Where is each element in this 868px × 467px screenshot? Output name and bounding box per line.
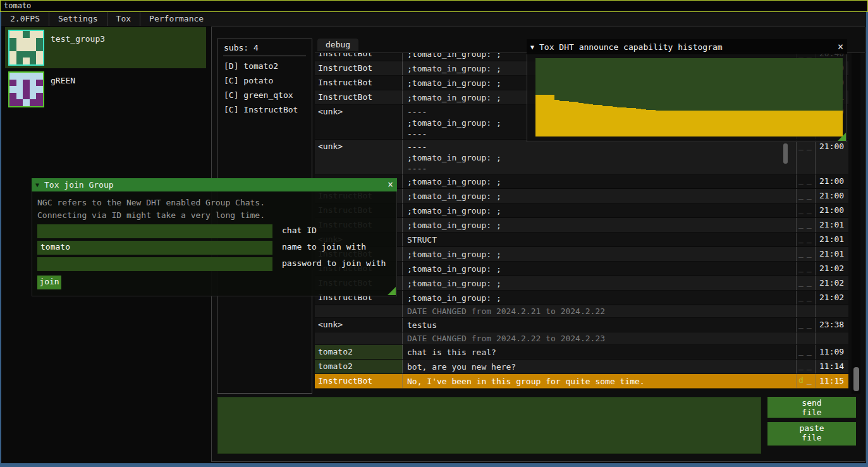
message-flag: _ xyxy=(807,176,815,185)
chat-scrollbar-track[interactable] xyxy=(852,53,860,394)
message-flag: _ xyxy=(798,219,807,229)
message-time-cell: 21:02 xyxy=(816,291,848,305)
message-time-cell: 11:09 xyxy=(816,345,848,359)
os-titlebar[interactable]: tomato xyxy=(0,0,868,12)
histogram-bar xyxy=(699,111,704,136)
message-sender-cell: InstructBot xyxy=(315,61,403,75)
message-text-cell: ----;tomato_in_group: ;---- xyxy=(403,140,795,174)
tab-debug[interactable]: debug xyxy=(317,39,358,51)
date-changed-row: DATE CHANGED from 2024.2.22 to 2024.2.23 xyxy=(315,332,848,345)
message-flags-cell xyxy=(796,305,816,317)
message-time-cell: 21:01 xyxy=(816,218,848,232)
message-input[interactable] xyxy=(217,397,761,454)
group-name-label: test_group3 xyxy=(51,34,105,44)
message-text-cell: chat is this real? xyxy=(403,345,795,359)
message-sender-cell: InstructBot xyxy=(315,90,403,104)
message-text-cell: testus xyxy=(403,318,795,332)
message-name-cell xyxy=(315,332,403,344)
message-flag: _ xyxy=(807,234,815,243)
message-time-cell: 23:38 xyxy=(816,318,848,332)
histogram-bar xyxy=(541,95,546,136)
message-flags-cell: __ xyxy=(796,233,816,246)
group-item-green[interactable]: gREEN xyxy=(5,69,206,110)
join-info-line: Connecting via ID might take a very long… xyxy=(32,209,396,222)
member-item-tomato2[interactable]: [D] tomato2 xyxy=(217,59,312,73)
histogram-bar xyxy=(771,111,776,136)
message-text-cell: ;tomato_in_group: ; xyxy=(403,276,795,290)
message-line: ---- xyxy=(407,142,795,152)
join-name-input[interactable]: tomato xyxy=(37,241,272,255)
histogram-bar xyxy=(613,107,618,136)
chat-message-row[interactable]: tomato2bot, are you new here?__11:14 xyxy=(315,360,848,374)
members-list: [D] tomato2[C] potato[C] green_qtox[C] I… xyxy=(217,59,312,117)
message-line: ;tomato_in_group: ; xyxy=(407,152,795,163)
histogram-bar xyxy=(728,111,733,136)
message-sender-cell: <unk> xyxy=(315,318,403,332)
member-item-green_qtox[interactable]: [C] green_qtox xyxy=(217,88,312,102)
resize-grip-icon[interactable] xyxy=(388,287,396,295)
close-icon[interactable]: × xyxy=(388,180,393,190)
message-flags-cell: __ xyxy=(796,276,816,290)
message-flags-cell: __ xyxy=(796,345,816,359)
message-flag: _ xyxy=(807,141,815,150)
menu-item-2-0fps[interactable]: 2.0FPS xyxy=(1,12,49,26)
member-item-instructbot[interactable]: [C] InstructBot xyxy=(217,102,312,117)
histogram-bar xyxy=(589,104,594,136)
resize-grip-icon[interactable] xyxy=(838,133,846,141)
histogram-bar xyxy=(574,102,579,136)
send-file-button[interactable]: send file xyxy=(767,397,856,418)
group-name-label: gREEN xyxy=(51,76,75,85)
chat-message-row[interactable]: <unk>----;tomato_in_group: ;----__21:00 xyxy=(315,140,848,174)
histogram-bar xyxy=(795,111,800,136)
close-icon[interactable]: × xyxy=(838,42,843,52)
message-time-cell: 11:14 xyxy=(816,360,848,373)
histogram-bar xyxy=(704,111,709,136)
message-flag: _ xyxy=(798,361,807,370)
message-flag: _ xyxy=(807,375,815,385)
chat-scrollbar-grab[interactable] xyxy=(853,367,859,391)
date-changed-text: DATE CHANGED from 2024.2.22 to 2024.2.23 xyxy=(407,334,605,343)
histogram-bar xyxy=(689,111,694,136)
dht-histogram-body xyxy=(527,54,847,142)
chat-message-row[interactable]: InstructBotNo, I've been in this group f… xyxy=(315,374,848,389)
histogram-bar xyxy=(809,111,814,136)
dht-histogram-titlebar[interactable]: ▼ Tox DHT announce capability histogram … xyxy=(527,39,847,54)
dht-histogram-window: ▼ Tox DHT announce capability histogram … xyxy=(527,39,847,142)
message-time-cell: 21:00 xyxy=(816,174,848,188)
chat-message-row[interactable]: tomato2chat is this real?__11:09 xyxy=(315,345,848,360)
collapse-arrow-icon[interactable]: ▼ xyxy=(530,44,534,51)
message-line: ;tomato_in_group: ; xyxy=(407,220,795,231)
chat-id-input[interactable] xyxy=(37,224,272,238)
histogram-bar xyxy=(742,111,747,136)
message-time-cell: 21:02 xyxy=(816,276,848,290)
group-item-test_group3[interactable]: test_group3 xyxy=(5,27,206,68)
members-count-header: subs: 4 xyxy=(217,39,312,56)
message-text-cell: ;tomato_in_group: ; xyxy=(403,174,795,188)
message-flag: _ xyxy=(807,292,815,301)
message-line: ;tomato_in_group: ; xyxy=(407,249,795,260)
chat-message-row[interactable]: <unk>testus__23:38 xyxy=(315,318,848,332)
message-text-cell: ;tomato_in_group: ; xyxy=(403,189,795,203)
menu-item-tox[interactable]: Tox xyxy=(107,12,140,26)
join-button[interactable]: join xyxy=(37,276,61,289)
collapse-arrow-icon[interactable]: ▼ xyxy=(35,181,39,188)
message-flag: _ xyxy=(798,141,807,150)
histogram-bar xyxy=(660,111,665,136)
message-line: ;tomato_in_group: ; xyxy=(407,278,795,289)
histogram-bar xyxy=(737,111,742,136)
message-line: STRUCT xyxy=(407,234,795,245)
menu-item-performance[interactable]: Performance xyxy=(140,12,212,26)
join-password-input[interactable] xyxy=(37,257,272,271)
message-flag: _ xyxy=(807,361,815,370)
paste-file-button[interactable]: paste file xyxy=(767,422,856,446)
message-time-cell xyxy=(816,332,848,344)
histogram-bar xyxy=(804,111,809,136)
join-group-titlebar[interactable]: ▼ Tox join Group × xyxy=(32,178,397,191)
histogram-bar xyxy=(723,111,728,136)
message-text-cell: No, I've been in this group for quite so… xyxy=(403,374,795,388)
message-cell-scrollbar[interactable] xyxy=(783,143,788,164)
menu-item-settings[interactable]: Settings xyxy=(49,12,107,26)
histogram-bar xyxy=(598,105,603,136)
member-item-potato[interactable]: [C] potato xyxy=(217,73,312,88)
message-time-cell xyxy=(816,305,848,317)
